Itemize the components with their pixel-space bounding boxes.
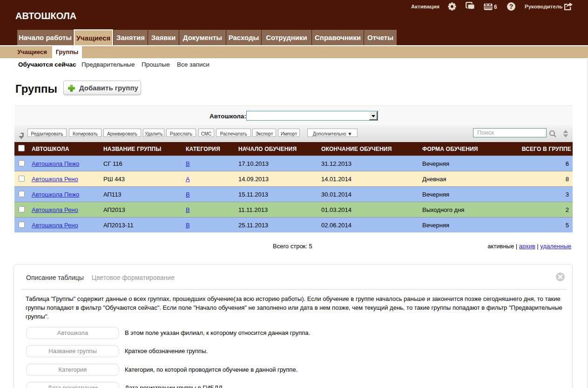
svg-text:?: ? [509, 3, 514, 10]
